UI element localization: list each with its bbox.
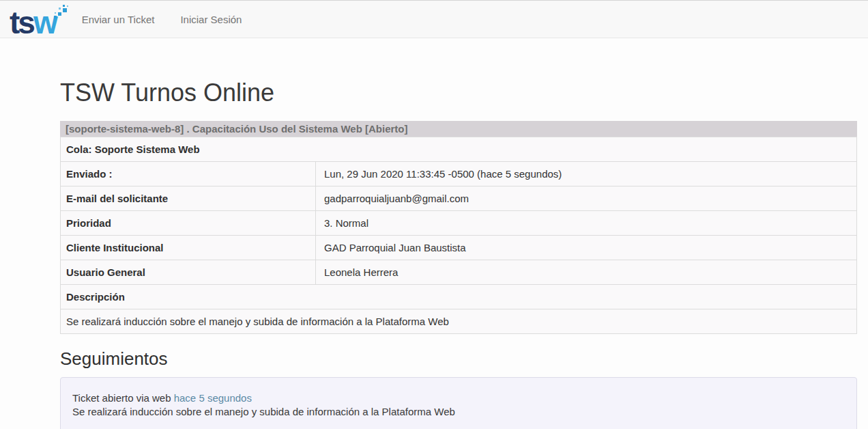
followups-section-title: Seguimientos bbox=[60, 349, 857, 370]
nav-link-enviar-ticket[interactable]: Enviar un Ticket bbox=[74, 7, 163, 32]
row-label-email: E-mail del solicitante bbox=[61, 186, 316, 210]
row-value-prioridad: 3. Normal bbox=[316, 210, 857, 235]
row-value-enviado: Lun, 29 Jun 2020 11:33:45 -0500 (hace 5 … bbox=[316, 161, 857, 186]
table-row-queue: Cola: Soporte Sistema Web bbox=[61, 137, 857, 161]
ticket-details-table: Cola: Soporte Sistema Web Enviado : Lun,… bbox=[60, 137, 857, 334]
followup-message: Se realizará inducción sobre el manejo y… bbox=[72, 405, 845, 419]
row-value-cliente: GAD Parroquial Juan Baustista bbox=[316, 235, 857, 260]
ticket-header-bar: [soporte-sistema-web-8] . Capacitación U… bbox=[60, 121, 857, 137]
queue-label: Cola: Soporte Sistema Web bbox=[61, 137, 857, 161]
main-content: TSW Turnos Online [soporte-sistema-web-8… bbox=[60, 79, 857, 429]
description-label: Descripción bbox=[61, 284, 857, 309]
table-row-description-label: Descripción bbox=[61, 284, 857, 309]
table-row: Cliente Institucional GAD Parroquial Jua… bbox=[61, 235, 857, 260]
logo-dots-icon bbox=[53, 5, 70, 23]
logo-text-ts: ts bbox=[10, 9, 33, 36]
table-row: Usuario General Leonela Herrera bbox=[61, 260, 857, 284]
page-title: TSW Turnos Online bbox=[60, 79, 857, 107]
row-label-cliente: Cliente Institucional bbox=[61, 235, 316, 260]
followup-header: Ticket abierto via web hace 5 segundos bbox=[72, 391, 845, 405]
row-label-usuario: Usuario General bbox=[61, 260, 316, 284]
row-value-email: gadparroquialjuanb@gmail.com bbox=[316, 186, 857, 210]
row-label-enviado: Enviado : bbox=[61, 161, 316, 186]
nav-links: Enviar un Ticket Iniciar Sesión bbox=[74, 7, 250, 32]
followup-time-link[interactable]: hace 5 segundos bbox=[174, 392, 252, 404]
top-navbar: tsw Enviar un Ticket Iniciar Sesión bbox=[0, 0, 868, 38]
followup-event-text: Ticket abierto via web bbox=[72, 392, 171, 404]
row-label-prioridad: Prioridad bbox=[61, 210, 316, 235]
table-row: E-mail del solicitante gadparroquialjuan… bbox=[61, 186, 857, 210]
description-text: Se realizará inducción sobre el manejo y… bbox=[61, 309, 857, 333]
row-value-usuario: Leonela Herrera bbox=[316, 260, 857, 284]
nav-link-iniciar-sesion[interactable]: Iniciar Sesión bbox=[172, 7, 250, 32]
table-row: Prioridad 3. Normal bbox=[61, 210, 857, 235]
table-row-description-value: Se realizará inducción sobre el manejo y… bbox=[61, 309, 857, 333]
tsw-logo[interactable]: tsw bbox=[10, 1, 56, 38]
table-row: Enviado : Lun, 29 Jun 2020 11:33:45 -050… bbox=[61, 161, 857, 186]
followup-entry: Ticket abierto via web hace 5 segundos S… bbox=[60, 377, 857, 429]
